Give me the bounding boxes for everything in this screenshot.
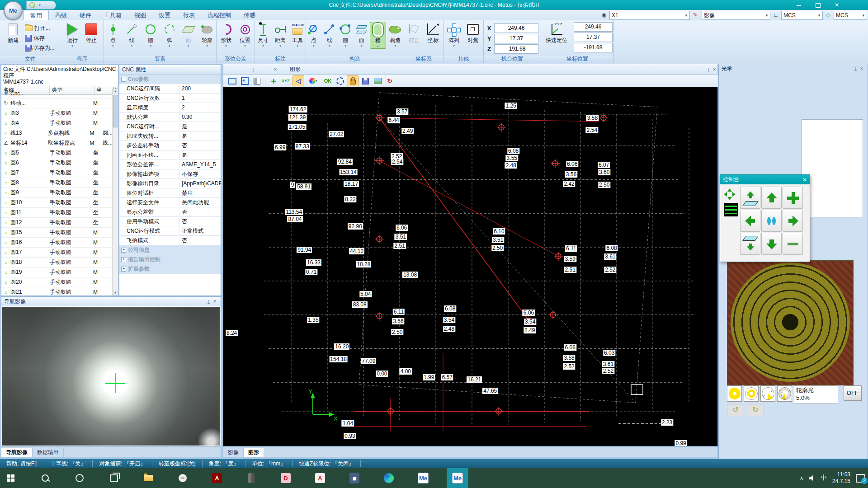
pdf-reader-button[interactable]: A [206,468,228,488]
construct-line-button[interactable]: 线▾ [322,22,337,48]
x-minus-button[interactable] [740,210,760,232]
property-group-row[interactable]: +报告输出控制 [119,255,221,264]
construct-plane-button[interactable]: 面▾ [354,22,369,48]
table-row[interactable]: ○圆8手动取圆坐 [1,178,113,188]
pause-button[interactable] [761,210,782,232]
console-caption[interactable]: 控制台 ✕ [720,175,810,184]
app-d-button[interactable]: D [275,468,297,488]
form-tolerance-button[interactable]: 形状▾ [217,22,235,48]
measure-arc-button[interactable]: 弧▾ [160,22,179,48]
property-row[interactable]: 形位公差评...ASME_Y14_5 [119,160,221,169]
ok-button[interactable]: OK [322,76,333,86]
speed-plus-button[interactable] [783,187,803,209]
tab-navigation-image[interactable]: 导航影像 [1,448,33,457]
workplane-select[interactable]: MCS▼ [834,11,867,20]
distance-button[interactable]: 距离▾ [272,22,288,48]
property-row[interactable]: 显示公差带否 [119,207,221,217]
save-as-button[interactable]: 另存为... [23,43,56,53]
close-panel-icon[interactable]: × [711,66,717,73]
ribbon-tab-1[interactable]: 常用 [24,10,49,21]
ime-indicator[interactable]: 中 [821,474,827,482]
measure-line-button[interactable]: 线▾ [123,22,141,48]
property-row[interactable]: CNC运行次数1 [119,94,221,103]
refresh-button[interactable]: ↻ [384,76,395,86]
z-up-button[interactable] [740,187,760,209]
sensor-select[interactable]: 影像▼ [702,11,770,20]
property-group-row[interactable]: −Cnc参数 [119,75,221,84]
table-row[interactable]: ○圆19手动取圆M [1,267,113,277]
table-row[interactable]: ○圆17手动取圆M [1,248,113,258]
quick-locate-button[interactable]: XYZ 快速定位 [542,22,571,44]
save-button[interactable]: 保存 [23,33,46,43]
edge-button[interactable] [378,468,400,488]
quick-access-toolbar[interactable]: ▾ [26,1,56,9]
coordinate-system-select[interactable]: MCS▼ [781,11,823,20]
close-panel-icon[interactable]: × [859,66,865,72]
snipping-tool-button[interactable]: ✂ [172,468,193,488]
ribbon-tab-6[interactable]: 设置 [152,10,177,20]
table-row[interactable]: ∕线13多点构线M圆... [1,128,113,138]
table-row[interactable]: ○圆3手动取圆M [1,108,113,118]
ribbon-tab-2[interactable]: 高级 [49,10,73,20]
table-row[interactable]: ○圆16手动取圆M [1,238,113,248]
tray-expand-icon[interactable]: ∧ [800,475,803,481]
save-view-button[interactable] [360,76,371,86]
start-button[interactable] [0,468,22,488]
app-a-button[interactable]: A [309,468,331,488]
z-down-button[interactable] [740,233,760,255]
table-row[interactable]: ○圆11手动取圆坐 [1,208,113,218]
construct-button[interactable]: 构造▾ [387,22,404,48]
add-point-button[interactable]: ＋ [268,76,279,86]
construct-circle-button[interactable]: 圆▾ [338,22,353,48]
ribbon-tab-7[interactable]: 报表 [177,10,201,20]
volume-icon[interactable] [809,475,815,481]
scrollbar-thumb[interactable] [113,95,118,127]
flip-view-button[interactable] [251,76,262,86]
property-row[interactable]: 显示精度2 [119,103,221,113]
property-row[interactable]: CNC运行模式正常模式 [119,226,221,236]
speed-minus-button[interactable] [783,233,803,255]
snapshot-button[interactable] [372,76,383,86]
calculator-button[interactable]: ▦ [344,468,365,488]
table-row[interactable]: ○圆20手动取圆M [1,277,113,287]
pin-icon[interactable]: T [250,67,256,72]
clock[interactable]: 11:03 24.7.15 [832,471,850,485]
dimension-button[interactable]: 尺寸▾ [255,22,271,48]
lock-view-button[interactable] [347,75,359,86]
y-minus-button[interactable] [761,233,782,255]
coordinate-button[interactable]: 坐标 [424,22,442,44]
position-tolerance-button[interactable]: 位置▾ [236,22,254,48]
phone-app-button[interactable] [241,468,262,488]
close-panel-icon[interactable]: × [272,66,278,73]
table-row[interactable]: ✱Cnc... [1,89,113,99]
pin-icon[interactable]: T [706,67,711,72]
task-view-button[interactable] [103,468,125,488]
scroll-down-icon[interactable]: ▼ [113,290,118,296]
ribbon-tab-3[interactable]: 硬件 [73,10,98,20]
search-button[interactable] [34,468,56,488]
measure-plane-button[interactable]: 面▾ [179,22,198,48]
color-button[interactable]: ▾ [306,76,321,86]
file-explorer-button[interactable] [137,468,159,488]
property-row[interactable]: CNC运行时...是 [119,122,221,131]
camera-image[interactable] [2,307,220,446]
table-row[interactable]: ∠坐标14取坐标原点M线... [1,138,113,148]
slot-button[interactable]: 槽▾ [370,22,386,49]
table-row[interactable]: ○圆6手动取圆坐 [1,158,113,168]
measure-contour-button[interactable]: 轮廓▾ [198,22,216,48]
table-row[interactable]: ○圆21手动取圆M [1,287,113,296]
table-row[interactable]: ○圆12手动取圆坐 [1,218,113,228]
app-menu-button[interactable]: Me [4,1,23,20]
probe-select[interactable]: X1▼ [609,11,690,20]
expand-icon[interactable]: + [121,267,126,272]
rotate-ccw-button[interactable]: ↺ [727,404,744,416]
property-row[interactable]: 限位对话框禁用 [119,188,221,198]
run-button[interactable]: 运行▾ [63,22,81,48]
minimize-button[interactable] [791,1,807,9]
metus-window-button[interactable]: Me [412,468,434,488]
property-row[interactable]: CNC运行间隔200 [119,84,221,94]
select-cursor-button[interactable]: ◁ [292,75,304,86]
segment-light-button[interactable] [760,385,775,402]
metus-active-window-button[interactable]: Me [447,468,468,488]
ribbon-tab-4[interactable]: 工具箱 [98,10,128,20]
